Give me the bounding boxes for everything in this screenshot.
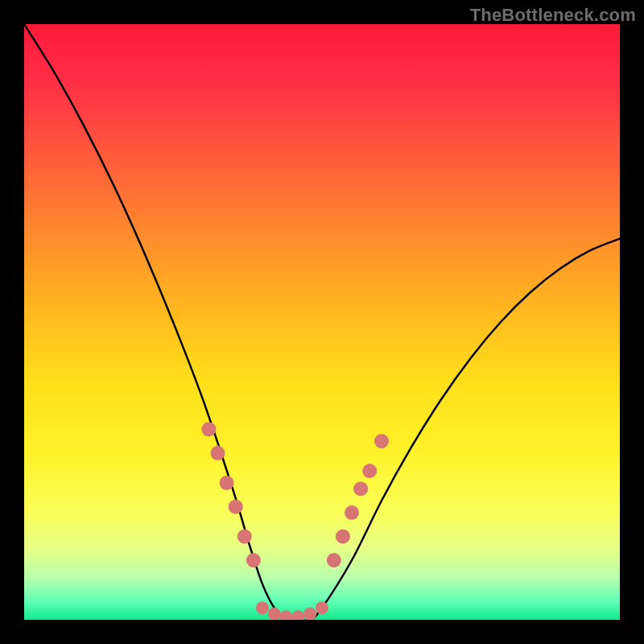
data-marker	[268, 608, 281, 620]
data-marker	[211, 446, 225, 460]
chart-frame: TheBottleneck.com	[0, 0, 644, 644]
data-marker	[374, 434, 389, 448]
data-marker	[229, 499, 243, 514]
data-marker	[246, 553, 261, 568]
data-marker	[256, 601, 269, 614]
marker-group	[201, 422, 389, 620]
data-marker	[291, 610, 304, 620]
data-marker	[336, 529, 350, 543]
plot-area	[24, 24, 620, 620]
data-marker	[353, 481, 368, 496]
bottleneck-curve	[24, 24, 620, 620]
data-marker	[303, 608, 316, 620]
data-marker	[280, 610, 293, 620]
data-marker	[237, 529, 252, 543]
data-marker	[327, 553, 341, 568]
data-marker	[345, 506, 359, 520]
watermark-text: TheBottleneck.com	[470, 5, 636, 26]
data-marker	[201, 422, 216, 436]
data-marker	[316, 601, 328, 614]
curve-layer	[24, 24, 620, 620]
data-marker	[220, 476, 234, 490]
data-marker	[362, 464, 377, 478]
